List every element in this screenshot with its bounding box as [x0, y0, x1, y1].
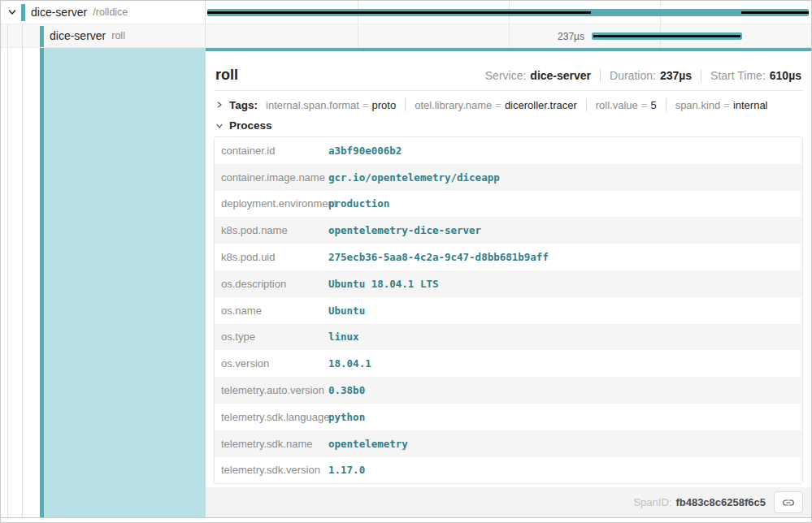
tag-equals: = [641, 99, 648, 111]
kv-value: Ubuntu [328, 305, 365, 317]
kv-key: telemetry.auto.version [215, 384, 328, 396]
process-kv-table: container.ida3bf90e006b2 container.image… [214, 136, 803, 484]
kv-key: telemetry.sdk.language [215, 411, 328, 423]
span-row-rolldice[interactable]: dice-server /rolldice [1, 1, 811, 24]
start-time-label: Start Time: [710, 69, 766, 82]
table-row: os.typelinux [215, 324, 802, 351]
kv-value: 18.04.1 [328, 357, 371, 370]
kv-value: gcr.io/opentelemetry/diceapp [328, 171, 500, 184]
table-row: k8s.pod.nameopentelemetry-dice-server [215, 217, 802, 244]
span-id-value: fb483c8c6258f6c5 [675, 496, 766, 508]
kv-value: production [328, 197, 389, 210]
kv-key: os.type [215, 331, 328, 343]
kv-value: opentelemetry [328, 438, 408, 450]
separator [600, 69, 601, 82]
critical-path-segment [741, 11, 809, 14]
operation-name: /rolldice [93, 6, 128, 18]
separator [405, 98, 406, 111]
tag-summary-item: roll.value=5 [596, 99, 657, 111]
indent-guide [22, 24, 23, 47]
kv-key: os.name [215, 305, 328, 317]
critical-path-segment [207, 11, 591, 14]
tag-key: internal.span.format [266, 99, 359, 111]
tag-equals: = [495, 99, 502, 111]
span-row-roll[interactable]: dice-server roll 237µs [1, 24, 811, 48]
tag-key: roll.value [596, 99, 638, 111]
service-label: Service: [485, 69, 527, 82]
kv-value: Ubuntu 18.04.1 LTS [328, 278, 438, 290]
critical-path-segment [593, 35, 740, 37]
tag-key: otel.library.name [415, 99, 492, 111]
tag-value: proto [372, 99, 397, 111]
kv-key: telemetry.sdk.name [215, 438, 328, 450]
table-row: container.image.namegcr.io/opentelemetry… [215, 164, 802, 191]
tags-section-toggle[interactable]: Tags: internal.span.format=proto otel.li… [214, 91, 803, 118]
deep-link-button[interactable] [774, 491, 803, 513]
kv-key: telemetry.sdk.version [215, 464, 328, 476]
span-detail-footer: SpanID: fb483c8c6258f6c5 [206, 487, 811, 517]
kv-value: 275ecb36-5aa8-4c2a-9c47-d8bb681b9aff [328, 251, 549, 263]
kv-value: opentelemetry-dice-server [328, 224, 481, 236]
kv-key: k8s.pod.name [215, 224, 328, 236]
table-row: telemetry.sdk.nameopentelemetry [215, 430, 802, 457]
indent-guide [22, 48, 23, 517]
kv-key: container.image.name [215, 171, 328, 184]
kv-key: deployment.environment [215, 197, 328, 210]
separator [666, 98, 667, 111]
span-color-fill [44, 48, 206, 517]
span-duration-label: 237µs [206, 31, 584, 42]
kv-value: python [328, 411, 365, 423]
link-icon [782, 496, 795, 509]
kv-value: 1.17.0 [328, 464, 365, 476]
process-label: Process [229, 119, 272, 132]
table-row: os.version18.04.1 [215, 350, 802, 377]
separator [701, 69, 701, 82]
kv-key: os.version [215, 357, 328, 370]
table-row: k8s.pod.uid275ecb36-5aa8-4c2a-9c47-d8bb6… [215, 244, 802, 270]
span-overview: Service: dice-server Duration: 237µs Sta… [485, 69, 801, 82]
span-bar-roll[interactable] [592, 32, 742, 40]
span-detail-indent [1, 48, 206, 517]
operation-name: roll [111, 30, 125, 41]
span-detail-row: roll Service: dice-server Duration: 237µ… [1, 48, 811, 518]
span-id-label: SpanID: [633, 496, 671, 508]
tag-value: 5 [650, 99, 656, 111]
tag-summary-item: internal.span.format=proto [266, 99, 396, 111]
chevron-down-icon [215, 122, 224, 130]
kv-value: 0.38b0 [328, 384, 365, 396]
start-time-value: 610µs [770, 69, 801, 82]
table-row: telemetry.auto.version0.38b0 [215, 377, 802, 404]
kv-value: linux [328, 331, 359, 343]
tag-equals: = [723, 99, 730, 111]
duration-label: Duration: [610, 69, 656, 82]
process-section-toggle[interactable]: Process [214, 118, 803, 136]
chevron-right-icon [215, 101, 224, 109]
span-name-column[interactable]: dice-server roll [1, 24, 206, 48]
table-row: telemetry.sdk.languagepython [215, 404, 802, 430]
tags-label: Tags: [229, 99, 258, 111]
service-name: dice-server [31, 6, 87, 19]
timeline-row [206, 1, 811, 24]
span-title: roll [215, 66, 238, 84]
service-value: dice-server [530, 69, 591, 82]
span-name-column[interactable]: dice-server /rolldice [1, 1, 206, 24]
span-color-bar [21, 4, 25, 21]
tag-summary-item: span.kind=internal [675, 99, 768, 111]
kv-value: a3bf90e006b2 [328, 145, 402, 157]
collapse-chevron-icon[interactable] [7, 7, 17, 17]
kv-key: k8s.pod.uid [215, 251, 328, 263]
tag-equals: = [363, 99, 369, 111]
tag-value: internal [733, 99, 768, 111]
timeline-row: 237µs [206, 24, 811, 48]
kv-key: os.description [215, 278, 328, 290]
table-row: os.descriptionUbuntu 18.04.1 LTS [215, 270, 802, 297]
tag-summary-item: otel.library.name=diceroller.tracer [415, 99, 577, 111]
kv-key: container.id [215, 145, 328, 157]
indent-guide [7, 48, 8, 517]
duration-value: 237µs [660, 69, 692, 82]
span-color-bar [40, 26, 44, 47]
trace-view: dice-server /rolldice dice-server roll 2… [0, 0, 812, 523]
span-bar-rolldice[interactable] [207, 9, 809, 16]
tag-value: diceroller.tracer [505, 99, 577, 111]
separator [586, 98, 587, 111]
